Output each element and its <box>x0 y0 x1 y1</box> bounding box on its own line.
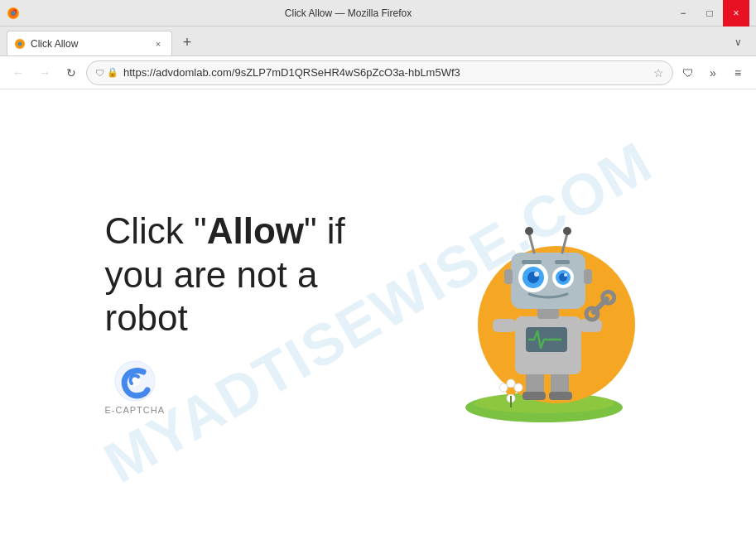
svg-point-1 <box>11 11 16 16</box>
toolbar-icons: 🛡 » ≡ <box>677 61 749 84</box>
tab-favicon <box>14 38 26 50</box>
titlebar: Click Allow — Mozilla Firefox − □ × <box>0 0 756 27</box>
main-heading: Click "Allow" if you are not a robot <box>105 210 387 340</box>
address-bar[interactable]: 🛡 🔒 https://advdomlab.com/9sZLP7mD1QRSeH… <box>86 60 673 85</box>
svg-rect-19 <box>549 392 572 400</box>
ecaptcha-widget: E-CAPTCHA <box>105 360 166 415</box>
svg-point-12 <box>499 383 508 392</box>
svg-rect-42 <box>555 260 570 264</box>
svg-point-3 <box>18 41 22 46</box>
svg-point-30 <box>525 227 533 235</box>
more-tools-button[interactable]: » <box>701 61 725 84</box>
svg-rect-43 <box>504 269 513 284</box>
tabbar: Click Allow × + ∨ <box>0 27 756 56</box>
svg-rect-18 <box>522 392 546 400</box>
svg-point-40 <box>564 273 567 277</box>
ecaptcha-logo <box>114 360 156 402</box>
tab-overflow-button[interactable]: ∨ <box>726 31 749 54</box>
shield-button[interactable]: 🛡 <box>677 61 700 84</box>
page-content: MYADTISEWISE.COM Click "Allow" if you ar… <box>0 89 756 535</box>
page-inner: Click "Allow" if you are not a robot E-C… <box>0 89 756 535</box>
robot-svg <box>436 196 652 428</box>
close-button[interactable]: × <box>723 0 749 27</box>
svg-rect-41 <box>522 260 542 264</box>
tab-close-button[interactable]: × <box>152 37 165 51</box>
navbar: ← → ↻ 🛡 🔒 https://advdomlab.com/9sZLP7mD… <box>0 56 756 89</box>
minimize-button[interactable]: − <box>670 0 696 27</box>
main-text-prefix: Click " <box>105 210 207 251</box>
window-title: Click Allow — Mozilla Firefox <box>26 7 670 19</box>
menu-button[interactable]: ≡ <box>726 61 749 84</box>
address-security-icons: 🛡 🔒 <box>95 67 118 78</box>
firefox-icon <box>7 7 20 20</box>
active-tab[interactable]: Click Allow × <box>7 31 172 55</box>
svg-point-36 <box>534 272 539 277</box>
robot-illustration <box>436 196 652 428</box>
svg-point-32 <box>563 227 571 235</box>
svg-point-14 <box>508 388 514 394</box>
window-controls: − □ × <box>670 0 749 27</box>
new-tab-button[interactable]: + <box>176 31 199 54</box>
restore-button[interactable]: □ <box>696 0 723 27</box>
svg-point-10 <box>507 379 515 388</box>
reload-button[interactable]: ↻ <box>60 61 83 84</box>
ecaptcha-label: E-CAPTCHA <box>105 405 166 415</box>
forward-button[interactable]: → <box>33 61 56 84</box>
back-button[interactable]: ← <box>7 61 30 84</box>
svg-rect-44 <box>584 269 592 284</box>
tracking-protection-icon: 🛡 <box>95 68 104 78</box>
tab-label: Click Allow <box>31 38 147 50</box>
svg-line-29 <box>529 234 534 253</box>
bookmark-star-icon[interactable]: ☆ <box>653 66 664 80</box>
url-text: https://advdomlab.com/9sZLP7mD1QRSeHR4wS… <box>123 66 648 79</box>
svg-rect-22 <box>493 319 516 332</box>
lock-icon: 🔒 <box>107 67 118 78</box>
svg-point-13 <box>514 383 522 392</box>
left-section: Click "Allow" if you are not a robot E-C… <box>105 210 387 415</box>
allow-text: Allow <box>207 210 304 251</box>
